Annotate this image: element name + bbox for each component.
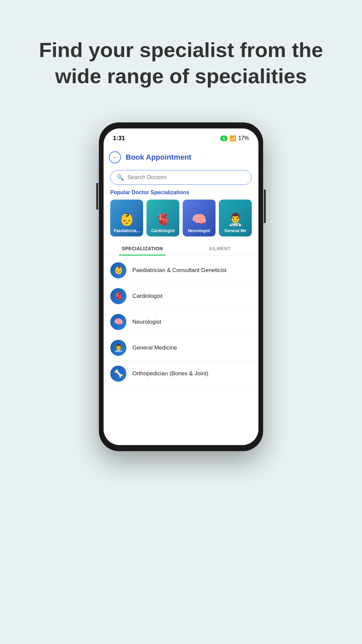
list-label-orthopedician: Orthopedician (Bones & Joint) bbox=[132, 370, 208, 377]
spec-card-paediatrician[interactable]: 👶 Paediatricia... bbox=[110, 200, 143, 236]
list-icon-neurologist: 🧠 bbox=[110, 314, 126, 330]
header-title: Book Appointment bbox=[126, 153, 191, 162]
status-bar: 1:31 1 📶 17% bbox=[104, 128, 258, 146]
spec-card-general[interactable]: 👨‍⚕️ General Me bbox=[219, 200, 252, 236]
tabs-row: SPECIALIZATION AILMENT bbox=[104, 241, 258, 256]
search-container: 🔍 bbox=[104, 167, 258, 190]
search-bar[interactable]: 🔍 bbox=[110, 170, 252, 185]
spec-card-label-3: General Me bbox=[223, 228, 248, 233]
list-label-paediatrician: Paediatrician & Consultant Geneticist bbox=[132, 267, 227, 274]
tab-specialization[interactable]: SPECIALIZATION bbox=[104, 241, 181, 255]
list-item-cardiologist[interactable]: 🫀 Cardiologist bbox=[104, 283, 258, 309]
search-icon: 🔍 bbox=[117, 174, 124, 181]
popular-section-title: Popular Doctor Specializations bbox=[110, 190, 252, 196]
notification-badge: 1 bbox=[220, 136, 228, 141]
paediatrician-icon: 👶 bbox=[119, 212, 134, 226]
spec-card-label-0: Paediatricia... bbox=[112, 228, 141, 233]
spec-card-neurologist[interactable]: 🧠 Neurologist bbox=[183, 200, 216, 236]
list-item-general[interactable]: 👨‍⚕️ General Medicine bbox=[104, 335, 258, 361]
spec-card-cardiologist[interactable]: 🫀 Cardiologist bbox=[146, 200, 179, 236]
app-header: ← Book Appointment bbox=[104, 146, 258, 167]
back-button[interactable]: ← bbox=[109, 151, 121, 163]
list-icon-paediatrician: 👶 bbox=[110, 262, 126, 278]
list-icon-cardiologist: 🫀 bbox=[110, 288, 126, 304]
phone-screen: 1:31 1 📶 17% ← Book Appointment 🔍 bbox=[104, 128, 258, 445]
popular-section: Popular Doctor Specializations 👶 Paediat… bbox=[104, 190, 258, 241]
status-right-icons: 1 📶 17% bbox=[220, 135, 249, 142]
specialization-list: 👶 Paediatrician & Consultant Geneticist … bbox=[104, 256, 258, 445]
list-icon-orthopedician: 🦴 bbox=[110, 366, 126, 382]
list-item-neurologist[interactable]: 🧠 Neurologist bbox=[104, 309, 258, 335]
tab-ailment[interactable]: AILMENT bbox=[181, 241, 258, 255]
page-headline: Find your specialist from the wide range… bbox=[0, 37, 362, 89]
cardiologist-icon: 🫀 bbox=[156, 212, 171, 226]
signal-icon: 📶 bbox=[230, 135, 236, 142]
phone-mockup: 1:31 1 📶 17% ← Book Appointment 🔍 bbox=[99, 122, 263, 451]
search-input[interactable] bbox=[127, 174, 245, 181]
spec-cards-row: 👶 Paediatricia... 🫀 Cardiologist 🧠 Neuro… bbox=[110, 200, 252, 236]
neurologist-icon: 🧠 bbox=[192, 212, 207, 226]
list-label-neurologist: Neurologist bbox=[132, 319, 161, 325]
battery-icon: 17% bbox=[238, 135, 249, 141]
status-time: 1:31 bbox=[113, 135, 125, 142]
app-content: ← Book Appointment 🔍 Popular Doctor Spec… bbox=[104, 146, 258, 445]
list-item-paediatrician[interactable]: 👶 Paediatrician & Consultant Geneticist bbox=[104, 258, 258, 283]
list-icon-general: 👨‍⚕️ bbox=[110, 340, 126, 356]
spec-card-label-1: Cardiologist bbox=[150, 228, 176, 233]
list-label-general: General Medicine bbox=[132, 344, 177, 351]
list-label-cardiologist: Cardiologist bbox=[132, 293, 163, 300]
spec-card-label-2: Neurologist bbox=[187, 228, 212, 233]
list-item-orthopedician[interactable]: 🦴 Orthopedician (Bones & Joint) bbox=[104, 361, 258, 387]
general-icon: 👨‍⚕️ bbox=[228, 212, 243, 226]
